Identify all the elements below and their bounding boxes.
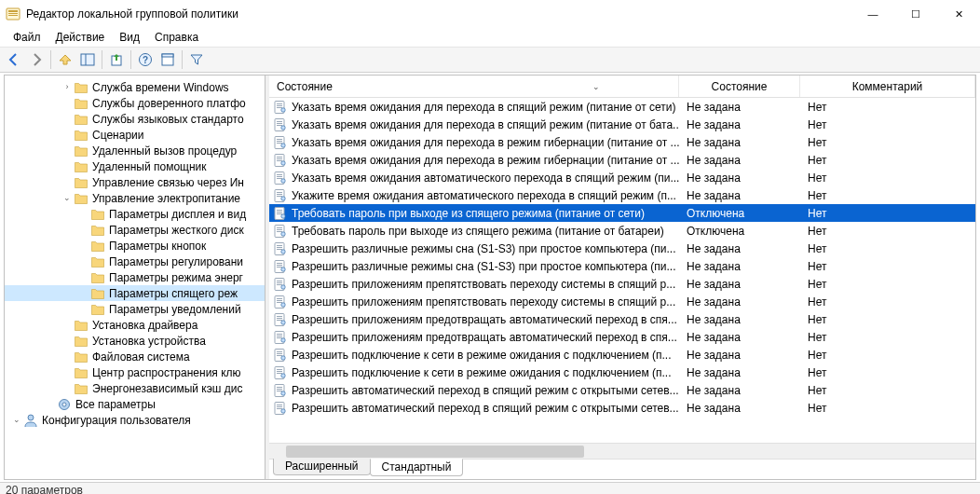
horizontal-scrollbar[interactable]	[269, 443, 975, 459]
expander-none	[77, 222, 90, 238]
policy-name: Указать время ожидания автоматического п…	[292, 172, 679, 185]
tree-item[interactable]: ⌄Управление электропитание	[5, 190, 265, 206]
tree-item[interactable]: Сценарии	[5, 127, 265, 143]
tree-item[interactable]: Все параметры	[5, 396, 265, 412]
policy-name: Указать время ожидания для перехода в ре…	[292, 136, 679, 149]
tree-item-label: Параметры жесткого диск	[109, 224, 244, 237]
sort-ascending-icon: ⌄	[522, 82, 671, 91]
list-row[interactable]: Указать время ожидания автоматического п…	[269, 169, 975, 186]
expander-none	[77, 238, 90, 254]
column-header-comment[interactable]: Комментарий	[800, 75, 975, 97]
menu-file[interactable]: Файл	[6, 29, 48, 46]
tree-item[interactable]: Службы доверенного платфо	[5, 95, 265, 111]
separator	[102, 50, 102, 69]
forward-button[interactable]	[26, 49, 47, 70]
policy-icon	[273, 277, 288, 292]
tree-item[interactable]: ›Служба времени Windows	[5, 79, 265, 95]
menu-help[interactable]: Справка	[147, 29, 206, 46]
policy-icon	[273, 312, 288, 327]
tree-item[interactable]: ⌄Конфигурация пользователя	[5, 412, 265, 428]
list-row[interactable]: Разрешить приложениям предотвращать авто…	[269, 328, 975, 346]
tree-item[interactable]: Удаленный помощник	[5, 158, 265, 174]
tree-item[interactable]: Параметры регулировани	[5, 254, 265, 269]
policy-state: Не задана	[679, 101, 800, 114]
list-row[interactable]: Разрешить подключение к сети в режиме ож…	[269, 346, 975, 364]
list-row[interactable]: Разрешить автоматический переход в спящи…	[269, 399, 975, 417]
list-row[interactable]: Указать время ожидания для перехода в ре…	[269, 151, 975, 169]
policy-icon	[273, 259, 288, 274]
expander-none	[44, 396, 57, 412]
policy-comment: Нет	[800, 207, 975, 220]
maximize-button[interactable]: ☐	[894, 0, 937, 28]
list-row[interactable]: Требовать пароль при выходе из спящего р…	[269, 204, 975, 222]
list-row[interactable]: Разрешить различные режимы сна (S1-S3) п…	[269, 240, 975, 257]
tree-item[interactable]: Параметры дисплея и вид	[5, 206, 265, 222]
filter-button[interactable]	[186, 49, 207, 70]
folder-icon	[74, 144, 88, 158]
policy-comment: Нет	[800, 189, 975, 202]
menu-action[interactable]: Действие	[48, 29, 113, 46]
list-row[interactable]: Разрешить автоматический переход в спящи…	[269, 381, 975, 399]
export-button[interactable]	[106, 49, 127, 70]
tree-item-label: Удаленный помощник	[92, 160, 207, 173]
tree-item[interactable]: Файловая система	[5, 349, 265, 364]
properties-button[interactable]	[157, 49, 178, 70]
panes-button[interactable]	[77, 49, 98, 70]
tree-item[interactable]: Установка устройства	[5, 333, 265, 349]
policy-state: Отключена	[679, 225, 800, 238]
list-row[interactable]: Разрешить подключение к сети в режиме ож…	[269, 364, 975, 381]
panes-icon	[80, 52, 95, 67]
tree-item[interactable]: Параметры уведомлений	[5, 301, 265, 317]
back-button[interactable]	[4, 49, 24, 70]
tab-extended[interactable]: Расширенный	[273, 459, 371, 475]
policy-icon	[273, 348, 288, 363]
scrollbar-thumb[interactable]	[286, 446, 584, 458]
tree-item-label: Удаленный вызов процедур	[92, 144, 237, 158]
tree-item[interactable]: Удаленный вызов процедур	[5, 143, 265, 158]
menu-view[interactable]: Вид	[112, 29, 147, 46]
expander-none	[61, 95, 74, 111]
tree-item[interactable]: Службы языковых стандарто	[5, 111, 265, 127]
list-row[interactable]: Разрешить приложениям препятствовать пер…	[269, 293, 975, 310]
tab-standard[interactable]: Стандартный	[370, 459, 464, 476]
list-body[interactable]: Указать время ожидания для перехода в сп…	[269, 98, 975, 443]
chevron-down-icon[interactable]: ⌄	[10, 412, 23, 428]
list-row[interactable]: Требовать пароль при выходе из спящего р…	[269, 222, 975, 240]
tree-item[interactable]: Параметры спящего реж	[5, 285, 265, 301]
policy-state: Не задана	[679, 384, 800, 397]
policy-state: Не задана	[679, 242, 800, 255]
column-header-name[interactable]: Состояние ⌄	[269, 75, 679, 97]
chevron-down-icon[interactable]: ⌄	[61, 190, 74, 206]
tree-item[interactable]: Параметры жесткого диск	[5, 222, 265, 238]
tree-item[interactable]: Энергонезависимый кэш дис	[5, 380, 265, 396]
folder-icon	[74, 159, 88, 174]
up-button[interactable]	[55, 49, 75, 70]
tree-item[interactable]: Центр распространения клю	[5, 364, 265, 380]
list-row[interactable]: Указать время ожидания для перехода в сп…	[269, 98, 975, 116]
tree-item-label: Управление электропитание	[92, 192, 240, 205]
tree-item[interactable]: Управление связью через Ин	[5, 174, 265, 190]
minimize-button[interactable]: —	[851, 0, 894, 28]
folder-icon	[74, 80, 88, 95]
tree-item[interactable]: Параметры кнопок	[5, 238, 265, 254]
list-row[interactable]: Разрешить различные режимы сна (S1-S3) п…	[269, 257, 975, 275]
policy-name: Указать время ожидания для перехода в сп…	[292, 118, 679, 131]
folder-icon	[74, 334, 88, 349]
close-button[interactable]: ✕	[937, 0, 980, 28]
tree-item[interactable]: Установка драйвера	[5, 317, 265, 333]
policy-name: Разрешить приложениям предотвращать авто…	[292, 331, 677, 344]
list-row[interactable]: Разрешить приложениям препятствовать пер…	[269, 275, 975, 293]
column-header-state[interactable]: Состояние	[679, 75, 800, 97]
policy-name: Разрешить приложениям препятствовать пер…	[292, 278, 675, 291]
policy-name: Разрешить автоматический переход в спящи…	[292, 384, 679, 397]
policy-name: Требовать пароль при выходе из спящего р…	[292, 207, 645, 220]
tree-item[interactable]: Параметры режима энерг	[5, 269, 265, 285]
list-row[interactable]: Разрешить приложениям предотвращать авто…	[269, 310, 975, 328]
list-row[interactable]: Указать время ожидания для перехода в ре…	[269, 133, 975, 151]
tree-pane[interactable]: ›Служба времени WindowsСлужбы доверенног…	[5, 75, 265, 479]
chevron-right-icon[interactable]: ›	[61, 79, 74, 95]
list-row[interactable]: Указать время ожидания для перехода в сп…	[269, 116, 975, 133]
list-row[interactable]: Укажите время ожидания автоматического п…	[269, 186, 975, 204]
policy-name: Укажите время ожидания автоматического п…	[292, 189, 676, 202]
help-button[interactable]	[135, 49, 156, 70]
